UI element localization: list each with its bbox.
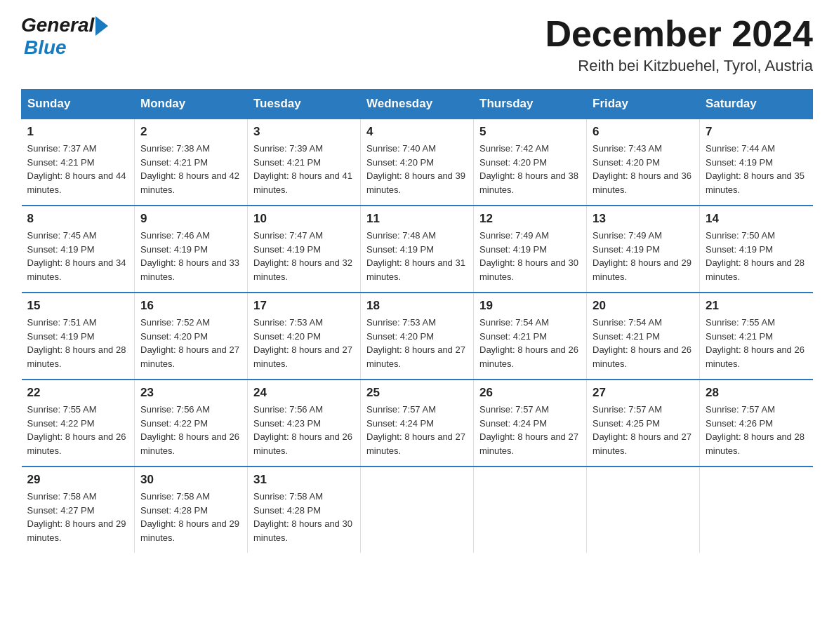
week-row-2: 8 Sunrise: 7:45 AMSunset: 4:19 PMDayligh… [22,206,813,293]
calendar-cell: 19 Sunrise: 7:54 AMSunset: 4:21 PMDaylig… [474,293,587,380]
calendar-cell: 22 Sunrise: 7:55 AMSunset: 4:22 PMDaylig… [22,380,135,467]
day-header-friday: Friday [587,90,700,119]
day-number: 18 [366,299,468,313]
calendar-subtitle: Reith bei Kitzbuehel, Tyrol, Austria [545,57,813,75]
calendar-cell: 31 Sunrise: 7:58 AMSunset: 4:28 PMDaylig… [248,467,361,553]
calendar-cell [361,467,474,553]
calendar-cell: 6 Sunrise: 7:43 AMSunset: 4:20 PMDayligh… [587,119,700,206]
day-info: Sunrise: 7:47 AMSunset: 4:19 PMDaylight:… [253,230,352,282]
day-number: 1 [27,125,129,139]
calendar-cell: 7 Sunrise: 7:44 AMSunset: 4:19 PMDayligh… [700,119,813,206]
day-info: Sunrise: 7:56 AMSunset: 4:23 PMDaylight:… [253,404,352,456]
day-info: Sunrise: 7:58 AMSunset: 4:27 PMDaylight:… [27,491,126,543]
calendar-cell [474,467,587,553]
day-info: Sunrise: 7:38 AMSunset: 4:21 PMDaylight:… [140,143,239,195]
calendar-title: December 2024 [545,14,813,54]
day-info: Sunrise: 7:48 AMSunset: 4:19 PMDaylight:… [366,230,465,282]
logo-blue: Blue [24,36,67,59]
day-info: Sunrise: 7:57 AMSunset: 4:24 PMDaylight:… [479,404,578,456]
calendar-cell: 24 Sunrise: 7:56 AMSunset: 4:23 PMDaylig… [248,380,361,467]
day-number: 24 [253,386,355,400]
day-info: Sunrise: 7:46 AMSunset: 4:19 PMDaylight:… [140,230,239,282]
day-number: 28 [706,386,807,400]
day-header-saturday: Saturday [700,90,813,119]
day-info: Sunrise: 7:54 AMSunset: 4:21 PMDaylight:… [593,317,691,369]
day-info: Sunrise: 7:37 AMSunset: 4:21 PMDaylight:… [27,143,126,195]
calendar-cell: 13 Sunrise: 7:49 AMSunset: 4:19 PMDaylig… [587,206,700,293]
day-number: 29 [27,473,129,487]
day-number: 9 [140,212,241,226]
calendar-cell: 21 Sunrise: 7:55 AMSunset: 4:21 PMDaylig… [700,293,813,380]
day-info: Sunrise: 7:53 AMSunset: 4:20 PMDaylight:… [366,317,465,369]
calendar-cell: 16 Sunrise: 7:52 AMSunset: 4:20 PMDaylig… [135,293,248,380]
page-header: General Blue December 2024 Reith bei Kit… [21,14,813,75]
day-info: Sunrise: 7:51 AMSunset: 4:19 PMDaylight:… [27,317,126,369]
day-header-thursday: Thursday [474,90,587,119]
day-number: 17 [253,299,355,313]
calendar-cell: 14 Sunrise: 7:50 AMSunset: 4:19 PMDaylig… [700,206,813,293]
calendar-cell: 20 Sunrise: 7:54 AMSunset: 4:21 PMDaylig… [587,293,700,380]
calendar-cell: 4 Sunrise: 7:40 AMSunset: 4:20 PMDayligh… [361,119,474,206]
calendar-cell: 11 Sunrise: 7:48 AMSunset: 4:19 PMDaylig… [361,206,474,293]
day-number: 27 [593,386,694,400]
logo-general: General [21,14,94,36]
calendar-cell: 18 Sunrise: 7:53 AMSunset: 4:20 PMDaylig… [361,293,474,380]
day-info: Sunrise: 7:45 AMSunset: 4:19 PMDaylight:… [27,230,126,282]
calendar-cell: 26 Sunrise: 7:57 AMSunset: 4:24 PMDaylig… [474,380,587,467]
day-header-sunday: Sunday [22,90,135,119]
day-number: 12 [479,212,581,226]
day-info: Sunrise: 7:57 AMSunset: 4:25 PMDaylight:… [593,404,691,456]
calendar-cell: 15 Sunrise: 7:51 AMSunset: 4:19 PMDaylig… [22,293,135,380]
day-number: 22 [27,386,129,400]
calendar-cell: 17 Sunrise: 7:53 AMSunset: 4:20 PMDaylig… [248,293,361,380]
day-number: 7 [706,125,807,139]
day-number: 13 [593,212,694,226]
calendar-cell: 30 Sunrise: 7:58 AMSunset: 4:28 PMDaylig… [135,467,248,553]
day-info: Sunrise: 7:55 AMSunset: 4:21 PMDaylight:… [706,317,805,369]
week-row-1: 1 Sunrise: 7:37 AMSunset: 4:21 PMDayligh… [22,119,813,206]
day-number: 20 [593,299,694,313]
day-number: 11 [366,212,468,226]
calendar-cell: 23 Sunrise: 7:56 AMSunset: 4:22 PMDaylig… [135,380,248,467]
day-info: Sunrise: 7:43 AMSunset: 4:20 PMDaylight:… [593,143,691,195]
logo-arrow-icon [95,16,108,36]
day-info: Sunrise: 7:56 AMSunset: 4:22 PMDaylight:… [140,404,239,456]
day-info: Sunrise: 7:49 AMSunset: 4:19 PMDaylight:… [479,230,578,282]
calendar-cell: 28 Sunrise: 7:57 AMSunset: 4:26 PMDaylig… [700,380,813,467]
day-info: Sunrise: 7:53 AMSunset: 4:20 PMDaylight:… [253,317,352,369]
logo: General Blue [21,14,108,59]
calendar-cell: 25 Sunrise: 7:57 AMSunset: 4:24 PMDaylig… [361,380,474,467]
header-row: SundayMondayTuesdayWednesdayThursdayFrid… [22,90,813,119]
day-info: Sunrise: 7:57 AMSunset: 4:26 PMDaylight:… [706,404,805,456]
day-header-wednesday: Wednesday [361,90,474,119]
day-number: 16 [140,299,241,313]
calendar-cell: 29 Sunrise: 7:58 AMSunset: 4:27 PMDaylig… [22,467,135,553]
week-row-3: 15 Sunrise: 7:51 AMSunset: 4:19 PMDaylig… [22,293,813,380]
calendar-cell: 10 Sunrise: 7:47 AMSunset: 4:19 PMDaylig… [248,206,361,293]
day-number: 14 [706,212,807,226]
day-number: 31 [253,473,355,487]
day-number: 6 [593,125,694,139]
day-info: Sunrise: 7:58 AMSunset: 4:28 PMDaylight:… [140,491,239,543]
calendar-cell: 3 Sunrise: 7:39 AMSunset: 4:21 PMDayligh… [248,119,361,206]
calendar-cell: 12 Sunrise: 7:49 AMSunset: 4:19 PMDaylig… [474,206,587,293]
day-info: Sunrise: 7:50 AMSunset: 4:19 PMDaylight:… [706,230,805,282]
calendar-cell [587,467,700,553]
day-info: Sunrise: 7:57 AMSunset: 4:24 PMDaylight:… [366,404,465,456]
day-number: 23 [140,386,241,400]
day-header-tuesday: Tuesday [248,90,361,119]
calendar-cell: 9 Sunrise: 7:46 AMSunset: 4:19 PMDayligh… [135,206,248,293]
day-info: Sunrise: 7:44 AMSunset: 4:19 PMDaylight:… [706,143,805,195]
day-number: 2 [140,125,241,139]
calendar-cell: 8 Sunrise: 7:45 AMSunset: 4:19 PMDayligh… [22,206,135,293]
calendar-cell: 2 Sunrise: 7:38 AMSunset: 4:21 PMDayligh… [135,119,248,206]
day-number: 30 [140,473,241,487]
day-info: Sunrise: 7:39 AMSunset: 4:21 PMDaylight:… [253,143,352,195]
day-number: 8 [27,212,129,226]
calendar-cell [700,467,813,553]
day-number: 4 [366,125,468,139]
calendar-cell: 5 Sunrise: 7:42 AMSunset: 4:20 PMDayligh… [474,119,587,206]
day-info: Sunrise: 7:49 AMSunset: 4:19 PMDaylight:… [593,230,691,282]
week-row-4: 22 Sunrise: 7:55 AMSunset: 4:22 PMDaylig… [22,380,813,467]
day-number: 21 [706,299,807,313]
